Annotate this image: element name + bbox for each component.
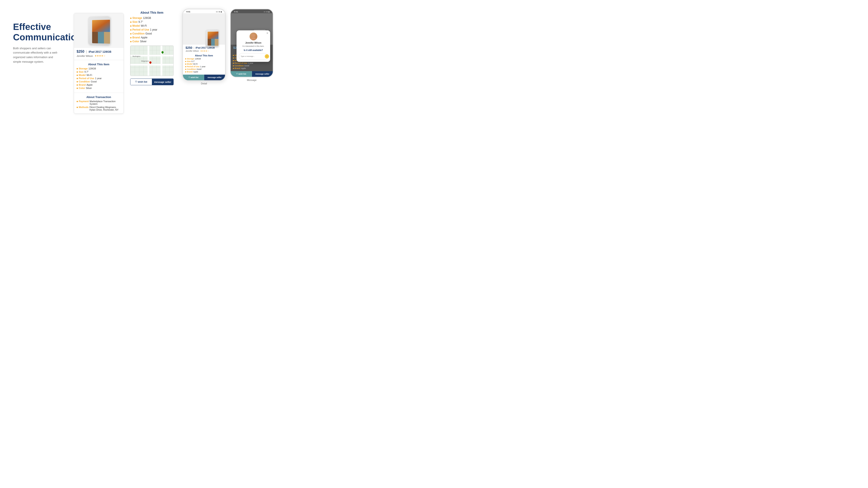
popup-send-button[interactable]: ↑ [265,54,269,59]
phone-about-item-title: About This Item [183,53,225,58]
attr-val-model: Wi-Fi [87,74,92,76]
panel-attr-condition: Condition Good [130,32,174,35]
panel-attr-storage: Storage 128GB [130,17,174,20]
panel-val-model: Wi-Fi [141,24,147,27]
item-attributes-list: Storage 128GB Size 9.7" Model Wi-Fi Peri… [74,67,123,92]
key: Brand [187,71,192,73]
time: 9:41 [186,11,190,13]
attr-key-methods: Methods [79,106,89,108]
bullet [130,33,131,34]
val: Good [196,68,202,70]
attr-key-brand: Brand [79,84,86,86]
user-avatar-icon [250,33,256,39]
attr-key-payment: Payment [79,100,89,103]
panel-key-color: Color [132,40,139,43]
bullet [76,85,78,86]
signal-icon: ▪▪▪ [216,11,218,13]
phone-message-button[interactable]: message seller [204,75,225,80]
phone-wishlist-button[interactable]: ♡ wish list [183,75,204,80]
attr-model: Model Wi-Fi [76,74,121,76]
phone-attr-model: Model Wi-Fi [185,63,223,65]
right-panel: About This Item Storage 128GB Size 9.7" … [128,9,176,88]
phone-attr-brand: Brand Apple [185,71,223,73]
popup-close-button[interactable]: ✕ [266,32,269,35]
screen-thumb-2 [98,32,104,43]
popup-message-input[interactable] [241,55,264,57]
bullet [233,58,234,59]
bullet [76,88,78,89]
panel-key-model: Model [132,24,140,27]
phone-attr-size: Size 9.7" [185,60,223,62]
popup-question: Is it still available? [239,49,268,52]
message-overlay-mockup: 9:41 ▪▪▪ ⊙ ▮ [230,9,273,77]
message-seller-button[interactable]: message seller [152,79,174,85]
phone-item-name: iPad 2017 128GB [195,46,215,49]
phone-detail-mockup: 9:41 ▪▪▪ ⊙ ▮ [182,9,226,81]
left-section: Effective Communication Both shoppers an… [0,9,69,73]
attr-val-brand: Apple [87,84,93,86]
map-road-h2 [130,64,174,65]
phone-ipad-body [206,30,219,47]
map-view: Burlington Wegmans [130,45,174,76]
thumb1 [208,39,211,45]
attr-val-color: Silver [86,87,92,89]
bullet [233,63,234,64]
msg-attr-period: Period of Use 1 year [233,62,271,64]
ipad-body [88,16,110,45]
seller-name: Jennifer Wilson [76,55,93,57]
map-label-2: Wegmans [141,60,149,62]
status-bar: 9:41 ▪▪▪ ⊙ ▮ [183,9,225,13]
attr-val-payment: Marketplace Transaction System [90,100,121,105]
about-item-title: About This Item [74,61,123,67]
msg-message-button[interactable]: message seller [252,71,273,77]
val: 9.7" [191,60,195,62]
attr-val-condition: Good [91,80,97,83]
price: $250 [76,50,85,54]
phone-attrs-list: Storage 128GB Size 9.7" Model Wi-Fi [183,58,225,75]
phone-ipad-screen [208,31,219,46]
popup-message-text: I'm interested in this item. [239,45,268,48]
bullet [130,18,131,19]
msg-battery-icon: ▮ [269,11,269,13]
key: Storage [187,58,194,60]
attr-val-storage: 128GB [89,67,96,70]
panel-item-attrs: Storage 128GB Size 9.7" Model Wi-Fi Peri… [130,17,174,43]
bullet [130,22,131,23]
key: Condition [235,65,244,67]
product-image [74,13,123,48]
price-row: $250 | iPad 2017 128GB [74,48,123,55]
wifi-icon: ⊙ [219,11,220,13]
panel-attr-model: Model Wi-Fi [130,24,174,27]
panel-val-storage: 128GB [143,17,151,20]
phone-attr-period: Period of Use 1 year [185,65,223,68]
wishlist-button[interactable]: ♡ wish list [130,79,152,85]
msg-wishlist-button[interactable]: ♡ wish list [231,71,252,77]
attr-key-period: Period of Use [79,77,94,79]
bullet [185,66,186,67]
phones-section: 9:41 ▪▪▪ ⊙ ▮ [182,9,273,85]
bullet [130,41,131,42]
val: 1 year [200,65,206,68]
phone-product-image [183,13,225,45]
seller-row: Jennifer Wilson ★★★★☆ [74,55,123,59]
bullet [185,69,186,70]
star-rating: ★★★★☆ [95,55,105,57]
msg-attr-brand: Brand Apple [233,67,271,69]
svg-point-1 [251,37,256,39]
bullet [185,58,186,59]
popup-avatar [250,33,257,40]
panel-val-brand: Apple [141,36,148,39]
attr-storage: Storage 128GB [76,67,121,70]
send-arrow-icon: ↑ [267,55,268,58]
map-label-1: Burlington [132,55,141,57]
phone-action-row: ♡ wish list message seller [183,75,225,80]
thumb3 [215,39,219,46]
phone-attr-storage: Storage 128GB [185,58,223,60]
message-popup: ✕ Jennifer Wilson I'm interested in this… [237,30,270,62]
panel-attr-period: Period of Use 1 year [130,28,174,31]
attr-brand: Brand Apple [76,84,121,86]
val: 128GB [195,58,201,60]
phone-seller-row: Jennifer Wilson ★★★★☆ [183,50,225,53]
panel-key-storage: Storage [132,17,142,20]
screen-bottom [92,32,110,43]
